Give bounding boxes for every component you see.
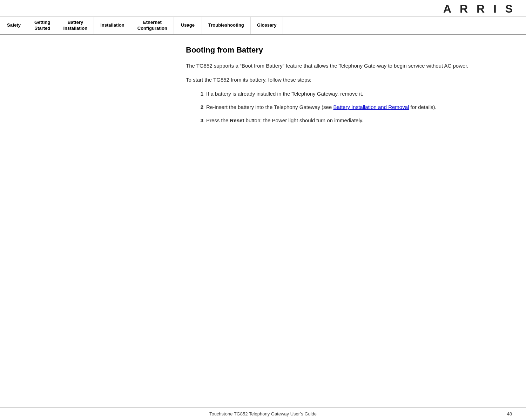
- step-3-number: 3: [193, 116, 203, 125]
- nav-item-troubleshooting[interactable]: Troubleshooting: [202, 17, 251, 34]
- nav-item-ethernet-configuration[interactable]: Ethernet Configuration: [131, 17, 174, 34]
- main-layout: Booting from Battery The TG852 supports …: [0, 35, 526, 407]
- step-1-text: If a battery is already installed in the…: [206, 90, 508, 98]
- footer: Touchstone TG852 Telephony Gateway User’…: [0, 407, 526, 420]
- step-2-text: Re-insert the battery into the Telephony…: [206, 103, 508, 111]
- step-2-number: 2: [193, 103, 203, 111]
- step-3-text: Press the Reset button; the Power light …: [206, 116, 508, 125]
- footer-text: Touchstone TG852 Telephony Gateway User’…: [209, 411, 317, 416]
- sidebar: [0, 35, 168, 407]
- arris-logo: A R R I S: [443, 2, 515, 15]
- nav-item-installation[interactable]: Installation: [94, 17, 131, 34]
- step-1-number: 1: [193, 90, 203, 98]
- step-1: 1 If a battery is already installed in t…: [193, 90, 508, 98]
- page-title: Booting from Battery: [186, 46, 508, 55]
- nav-item-getting-started[interactable]: Getting Started: [28, 17, 57, 34]
- header-bar: A R R I S: [0, 0, 526, 17]
- nav-item-usage[interactable]: Usage: [174, 17, 202, 34]
- footer-page-number: 48: [507, 411, 512, 416]
- navigation-bar: Safety Getting Started Battery Installat…: [0, 17, 526, 35]
- paragraph-2: To start the TG852 from its battery, fol…: [186, 76, 508, 84]
- steps-container: 1 If a battery is already installed in t…: [193, 90, 508, 125]
- content-area: Booting from Battery The TG852 supports …: [168, 35, 526, 407]
- nav-item-glossary[interactable]: Glossary: [251, 17, 283, 34]
- nav-item-battery-installation[interactable]: Battery Installation: [57, 17, 94, 34]
- battery-installation-link[interactable]: Battery Installation and Removal: [333, 104, 409, 110]
- paragraph-1: The TG852 supports a “Boot from Battery”…: [186, 62, 508, 70]
- nav-item-safety[interactable]: Safety: [0, 17, 28, 34]
- step-2: 2 Re-insert the battery into the Telepho…: [193, 103, 508, 111]
- step-3: 3 Press the Reset button; the Power ligh…: [193, 116, 508, 125]
